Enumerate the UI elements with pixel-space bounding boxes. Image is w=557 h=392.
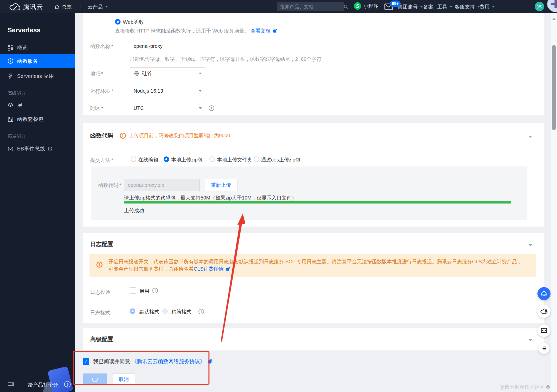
- sidebar-title: Serverless: [8, 26, 41, 34]
- format-simple-label[interactable]: 精简格式: [171, 308, 191, 315]
- package-icon: [8, 116, 14, 122]
- nav-group-account[interactable]: 集团账号: [398, 4, 423, 10]
- tencent-cloud-logo-icon[interactable]: [9, 2, 21, 13]
- web-function-radio[interactable]: [115, 19, 121, 25]
- documentation-button[interactable]: [538, 324, 550, 337]
- upload-status: 上传成功: [124, 207, 144, 214]
- sidebar-item-label: 概览: [17, 44, 28, 51]
- search-input[interactable]: [277, 4, 344, 10]
- nav-products-label: 云产品: [88, 4, 103, 10]
- sidebar-item-label: 函数套餐包: [17, 116, 43, 123]
- sidebar-item-layers[interactable]: 层: [0, 99, 75, 111]
- runtime-select[interactable]: Nodejs 16.13: [130, 85, 205, 97]
- format-default-label[interactable]: 默认格式: [139, 308, 159, 315]
- nav-overview[interactable]: 总览: [54, 4, 72, 10]
- agreement-link[interactable]: 《腾讯云云函数网络服务协议》: [132, 358, 205, 365]
- external-link-icon: [226, 267, 230, 271]
- nav-support[interactable]: 客服支持: [455, 4, 480, 10]
- region-select[interactable]: 硅谷: [130, 67, 205, 79]
- nav-billing-label: 费用: [480, 4, 490, 10]
- nav-billing[interactable]: 费用: [480, 4, 495, 10]
- sidebar-item-function-service[interactable]: 函数服务: [0, 54, 75, 68]
- method-online-label[interactable]: 在线编辑: [138, 156, 158, 163]
- layers-icon: [8, 102, 14, 108]
- collapse-sidebar-icon[interactable]: [8, 381, 15, 387]
- rate-product-label[interactable]: 给产品打个分: [28, 381, 58, 388]
- method-folder-radio[interactable]: [209, 156, 215, 162]
- external-link-icon: [208, 359, 212, 364]
- reupload-button[interactable]: 重新上传: [204, 179, 238, 191]
- home-icon: [54, 4, 60, 10]
- online-support-button[interactable]: [537, 287, 550, 300]
- serverless-app-icon: [8, 73, 14, 79]
- page: 腾讯云 总览 云产品 S 小程序 99+ 集团账号 备案: [0, 0, 557, 392]
- function-name-label: 函数名称*: [90, 43, 113, 50]
- collapse-section-icon[interactable]: [529, 244, 532, 246]
- brand-name[interactable]: 腾讯云: [23, 3, 43, 11]
- sidebar-item-overview[interactable]: 概览: [0, 42, 75, 54]
- sidebar-section-extend: 拓展能力: [8, 133, 26, 139]
- sidebar-item-eventbridge[interactable]: EB事件总线: [0, 143, 75, 155]
- mini-program-entry[interactable]: S 小程序: [354, 3, 378, 9]
- format-simple-radio[interactable]: [162, 308, 168, 314]
- sidebar-item-serverless-app[interactable]: Serverless 应用: [0, 70, 75, 82]
- nav-products[interactable]: 云产品: [88, 4, 108, 10]
- sidebar-item-package[interactable]: 函数套餐包: [0, 113, 75, 125]
- log-delivery-checkbox[interactable]: [130, 287, 136, 294]
- nav-overview-label: 总览: [62, 4, 72, 10]
- chevron-down-icon: [199, 107, 202, 109]
- chevron-down-icon: [199, 90, 202, 92]
- web-function-desc: 直接接收 HTTP 请求触发函数执行，适用于 Web 服务场景。 查看文档: [115, 28, 277, 34]
- topbar-divider: [80, 4, 80, 10]
- nav-group-account-label: 集团账号: [398, 4, 418, 10]
- code-file-label: 函数代码*: [98, 182, 121, 189]
- timezone-info-icon[interactable]: i: [209, 105, 214, 111]
- juejin-logo-icon: [545, 385, 550, 389]
- timezone-label: 时区*: [90, 105, 103, 112]
- search-icon[interactable]: [344, 4, 349, 9]
- nav-tools-label: 工具: [437, 4, 447, 10]
- submit-loading-button[interactable]: [83, 373, 107, 385]
- globe-icon: [134, 70, 140, 76]
- function-name-input[interactable]: [130, 40, 205, 52]
- log-format-info-icon[interactable]: i: [198, 309, 204, 314]
- cls-pricing-link[interactable]: CLS计费详情: [194, 266, 224, 272]
- warning-icon: !: [120, 133, 126, 139]
- external-link-icon: [48, 146, 52, 151]
- chevron-down-icon: [450, 6, 452, 8]
- uploaded-file-input: [124, 179, 200, 191]
- survey-button[interactable]: [538, 343, 549, 354]
- chevron-down-icon: [105, 6, 108, 8]
- timezone-select[interactable]: UTC: [130, 102, 205, 114]
- format-default-radio[interactable]: [130, 308, 135, 314]
- avatar[interactable]: 沐: [535, 2, 544, 11]
- method-folder-label[interactable]: 本地上传文件夹: [217, 156, 252, 163]
- scrollbar-thumb[interactable]: [552, 45, 556, 130]
- method-online-radio[interactable]: [131, 156, 136, 162]
- nav-tools[interactable]: 工具: [437, 4, 452, 10]
- method-zip-label[interactable]: 本地上传zip包: [171, 156, 203, 163]
- code-warning: ! 上传项目前，请修改您的项目监听端口为9000: [120, 132, 230, 139]
- section-title-advanced: 高级配置: [90, 335, 113, 343]
- method-cos-radio[interactable]: [254, 156, 259, 162]
- upload-progress-bar: [124, 201, 511, 204]
- vertical-scrollbar[interactable]: [551, 13, 557, 392]
- timezone-value: UTC: [134, 105, 144, 111]
- chevron-down-icon: [492, 6, 495, 8]
- nav-icp[interactable]: 备案: [423, 4, 433, 10]
- rate-arrow-icon[interactable]: ❯: [64, 381, 71, 387]
- log-enable-label[interactable]: 启用: [139, 288, 149, 295]
- method-zip-radio[interactable]: [164, 156, 169, 162]
- view-docs-link[interactable]: 查看文档: [250, 28, 270, 34]
- collapse-section-icon[interactable]: [529, 339, 532, 341]
- web-function-label[interactable]: Web函数: [123, 19, 144, 26]
- cancel-button[interactable]: 取消: [112, 373, 135, 385]
- chevron-down-icon: [199, 73, 202, 74]
- agreement-row: ✓ 我已阅读并同意 《腾讯云云函数网络服务协议》: [83, 358, 212, 365]
- cloud-notification-button[interactable]: [537, 305, 550, 318]
- log-delivery-info-icon[interactable]: i: [152, 288, 158, 293]
- agreement-checkbox[interactable]: ✓: [83, 358, 89, 365]
- scroll-up-arrow-icon[interactable]: [552, 18, 556, 20]
- collapse-section-icon[interactable]: [529, 136, 532, 138]
- method-cos-label[interactable]: 通过cos上传zip包: [261, 156, 300, 163]
